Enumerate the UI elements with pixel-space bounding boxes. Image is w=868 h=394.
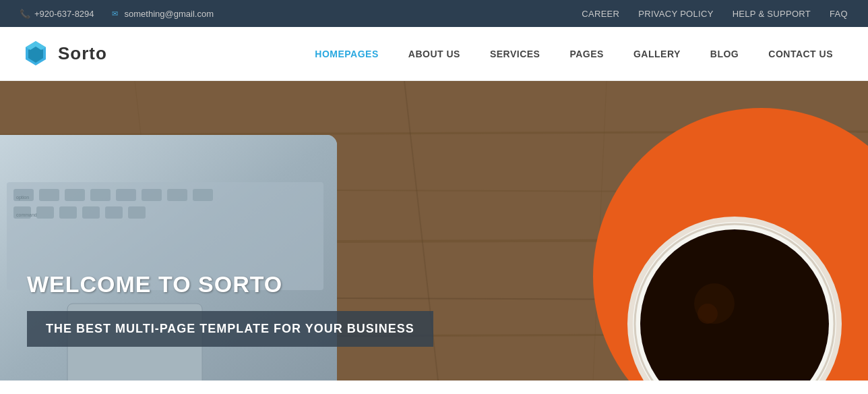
hero-subtitle: THE BEST MULTI-PAGE TEMPLATE FOR YOUR BU…	[46, 322, 414, 336]
topbar-career-link[interactable]: CAREER	[582, 9, 619, 19]
svg-rect-26	[59, 206, 77, 219]
nav-item-homepages[interactable]: HOMEPAGES	[300, 27, 393, 81]
logo[interactable]: Sorto	[20, 38, 107, 69]
email-icon: ✉	[111, 9, 120, 18]
svg-rect-20	[116, 189, 136, 201]
topbar-privacy-link[interactable]: PRIVACY POLICY	[638, 9, 713, 19]
phone-contact: 📞 +920-637-8294	[20, 9, 94, 19]
svg-rect-27	[82, 206, 100, 219]
top-bar: 📞 +920-637-8294 ✉ something@gmail.com CA…	[0, 0, 868, 27]
logo-text: Sorto	[58, 43, 107, 64]
nav-item-gallery[interactable]: GALLERY	[619, 27, 695, 81]
nav-link-contact[interactable]: CONTACT US	[753, 27, 848, 81]
nav-item-pages[interactable]: PAGES	[555, 27, 618, 81]
hero-section: option command WELCOME TO SORTO THE BEST…	[0, 81, 868, 381]
email-address: something@gmail.com	[125, 9, 214, 19]
hero-title: WELCOME TO SORTO	[27, 271, 433, 298]
nav-links: HOMEPAGES ABOUT US SERVICES PAGES GALLER…	[300, 27, 848, 81]
nav-link-pages[interactable]: PAGES	[555, 27, 618, 81]
hero-content: WELCOME TO SORTO THE BEST MULTI-PAGE TEM…	[0, 271, 433, 381]
svg-rect-18	[65, 189, 85, 201]
nav-link-gallery[interactable]: GALLERY	[619, 27, 695, 81]
top-bar-contacts: 📞 +920-637-8294 ✉ something@gmail.com	[20, 9, 214, 19]
nav-item-blog[interactable]: BLOG	[695, 27, 753, 81]
svg-point-36	[698, 304, 718, 324]
nav-link-about[interactable]: ABOUT US	[394, 27, 475, 81]
topbar-help-link[interactable]: HELP & SUPPORT	[733, 9, 811, 19]
nav-item-services[interactable]: SERVICES	[475, 27, 555, 81]
nav-link-blog[interactable]: BLOG	[695, 27, 753, 81]
svg-rect-23	[193, 189, 213, 201]
phone-icon: 📞	[20, 9, 30, 18]
nav-item-about[interactable]: ABOUT US	[394, 27, 475, 81]
svg-rect-28	[105, 206, 123, 219]
svg-rect-29	[128, 206, 146, 219]
email-contact: ✉ something@gmail.com	[111, 9, 214, 19]
logo-icon	[20, 38, 51, 69]
top-bar-links: CAREER PRIVACY POLICY HELP & SUPPORT FAQ	[582, 9, 848, 19]
topbar-faq-link[interactable]: FAQ	[830, 9, 848, 19]
svg-rect-21	[142, 189, 162, 201]
nav-item-contact[interactable]: CONTACT US	[753, 27, 848, 81]
svg-rect-17	[39, 189, 59, 201]
svg-text:option: option	[16, 195, 29, 200]
svg-text:command: command	[16, 213, 37, 217]
svg-rect-22	[167, 189, 187, 201]
nav-link-services[interactable]: SERVICES	[475, 27, 555, 81]
main-navigation: Sorto HOMEPAGES ABOUT US SERVICES PAGES …	[0, 27, 868, 81]
svg-rect-19	[90, 189, 111, 201]
phone-number: +920-637-8294	[34, 9, 94, 19]
nav-link-homepages[interactable]: HOMEPAGES	[300, 27, 393, 81]
svg-rect-25	[36, 206, 54, 219]
hero-subtitle-box: THE BEST MULTI-PAGE TEMPLATE FOR YOUR BU…	[27, 311, 433, 347]
